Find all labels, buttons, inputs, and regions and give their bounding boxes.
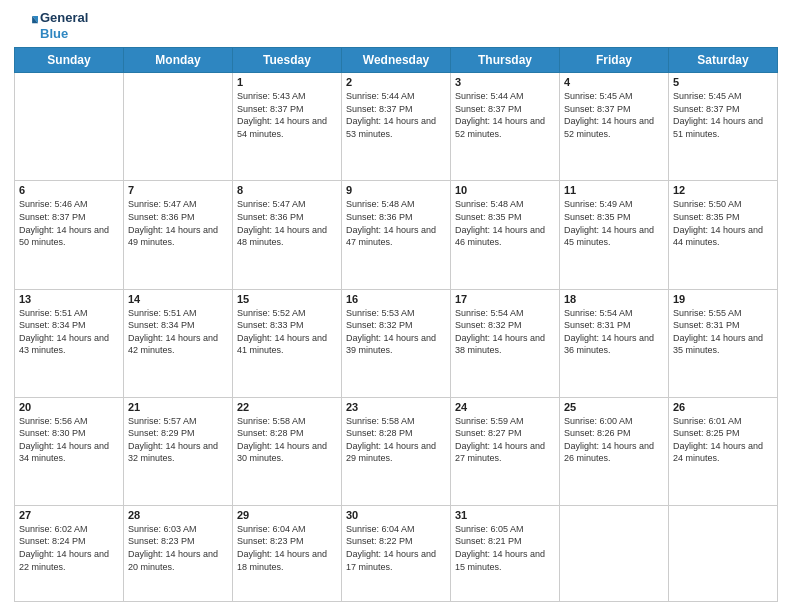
week-row-2: 13Sunrise: 5:51 AMSunset: 8:34 PMDayligh… <box>15 289 778 397</box>
day-info: Sunrise: 5:53 AMSunset: 8:32 PMDaylight:… <box>346 307 446 357</box>
day-cell: 2Sunrise: 5:44 AMSunset: 8:37 PMDaylight… <box>342 73 451 181</box>
header: General Blue <box>14 10 778 41</box>
day-cell: 8Sunrise: 5:47 AMSunset: 8:36 PMDaylight… <box>233 181 342 289</box>
day-number: 11 <box>564 184 664 196</box>
day-info: Sunrise: 5:54 AMSunset: 8:31 PMDaylight:… <box>564 307 664 357</box>
day-info: Sunrise: 5:52 AMSunset: 8:33 PMDaylight:… <box>237 307 337 357</box>
day-info: Sunrise: 5:45 AMSunset: 8:37 PMDaylight:… <box>564 90 664 140</box>
day-info: Sunrise: 6:03 AMSunset: 8:23 PMDaylight:… <box>128 523 228 573</box>
day-number: 29 <box>237 509 337 521</box>
day-info: Sunrise: 6:00 AMSunset: 8:26 PMDaylight:… <box>564 415 664 465</box>
week-row-1: 6Sunrise: 5:46 AMSunset: 8:37 PMDaylight… <box>15 181 778 289</box>
weekday-saturday: Saturday <box>669 48 778 73</box>
page: General Blue SundayMondayTuesdayWednesda… <box>0 0 792 612</box>
day-cell: 22Sunrise: 5:58 AMSunset: 8:28 PMDayligh… <box>233 397 342 505</box>
week-row-0: 1Sunrise: 5:43 AMSunset: 8:37 PMDaylight… <box>15 73 778 181</box>
day-number: 3 <box>455 76 555 88</box>
day-number: 13 <box>19 293 119 305</box>
day-info: Sunrise: 6:04 AMSunset: 8:22 PMDaylight:… <box>346 523 446 573</box>
day-number: 18 <box>564 293 664 305</box>
day-cell: 13Sunrise: 5:51 AMSunset: 8:34 PMDayligh… <box>15 289 124 397</box>
day-cell: 18Sunrise: 5:54 AMSunset: 8:31 PMDayligh… <box>560 289 669 397</box>
day-cell: 14Sunrise: 5:51 AMSunset: 8:34 PMDayligh… <box>124 289 233 397</box>
day-cell: 11Sunrise: 5:49 AMSunset: 8:35 PMDayligh… <box>560 181 669 289</box>
day-number: 30 <box>346 509 446 521</box>
day-cell: 24Sunrise: 5:59 AMSunset: 8:27 PMDayligh… <box>451 397 560 505</box>
logo-text: General Blue <box>40 10 88 41</box>
day-number: 26 <box>673 401 773 413</box>
day-info: Sunrise: 5:59 AMSunset: 8:27 PMDaylight:… <box>455 415 555 465</box>
day-info: Sunrise: 5:51 AMSunset: 8:34 PMDaylight:… <box>19 307 119 357</box>
day-number: 14 <box>128 293 228 305</box>
weekday-wednesday: Wednesday <box>342 48 451 73</box>
calendar-table: SundayMondayTuesdayWednesdayThursdayFrid… <box>14 47 778 602</box>
week-row-3: 20Sunrise: 5:56 AMSunset: 8:30 PMDayligh… <box>15 397 778 505</box>
day-number: 7 <box>128 184 228 196</box>
day-cell: 27Sunrise: 6:02 AMSunset: 8:24 PMDayligh… <box>15 505 124 601</box>
day-cell: 25Sunrise: 6:00 AMSunset: 8:26 PMDayligh… <box>560 397 669 505</box>
weekday-sunday: Sunday <box>15 48 124 73</box>
day-info: Sunrise: 5:43 AMSunset: 8:37 PMDaylight:… <box>237 90 337 140</box>
weekday-tuesday: Tuesday <box>233 48 342 73</box>
day-info: Sunrise: 5:57 AMSunset: 8:29 PMDaylight:… <box>128 415 228 465</box>
day-cell: 9Sunrise: 5:48 AMSunset: 8:36 PMDaylight… <box>342 181 451 289</box>
day-cell: 10Sunrise: 5:48 AMSunset: 8:35 PMDayligh… <box>451 181 560 289</box>
logo-icon <box>16 13 38 35</box>
day-info: Sunrise: 5:58 AMSunset: 8:28 PMDaylight:… <box>346 415 446 465</box>
day-cell: 20Sunrise: 5:56 AMSunset: 8:30 PMDayligh… <box>15 397 124 505</box>
day-number: 17 <box>455 293 555 305</box>
day-cell: 31Sunrise: 6:05 AMSunset: 8:21 PMDayligh… <box>451 505 560 601</box>
day-info: Sunrise: 6:04 AMSunset: 8:23 PMDaylight:… <box>237 523 337 573</box>
weekday-friday: Friday <box>560 48 669 73</box>
day-cell: 30Sunrise: 6:04 AMSunset: 8:22 PMDayligh… <box>342 505 451 601</box>
day-number: 23 <box>346 401 446 413</box>
day-cell: 4Sunrise: 5:45 AMSunset: 8:37 PMDaylight… <box>560 73 669 181</box>
day-cell: 26Sunrise: 6:01 AMSunset: 8:25 PMDayligh… <box>669 397 778 505</box>
day-cell: 12Sunrise: 5:50 AMSunset: 8:35 PMDayligh… <box>669 181 778 289</box>
logo: General Blue <box>14 10 88 41</box>
day-number: 22 <box>237 401 337 413</box>
day-number: 27 <box>19 509 119 521</box>
day-cell: 1Sunrise: 5:43 AMSunset: 8:37 PMDaylight… <box>233 73 342 181</box>
day-number: 16 <box>346 293 446 305</box>
day-number: 6 <box>19 184 119 196</box>
day-cell: 3Sunrise: 5:44 AMSunset: 8:37 PMDaylight… <box>451 73 560 181</box>
day-info: Sunrise: 6:01 AMSunset: 8:25 PMDaylight:… <box>673 415 773 465</box>
day-info: Sunrise: 5:48 AMSunset: 8:35 PMDaylight:… <box>455 198 555 248</box>
day-number: 15 <box>237 293 337 305</box>
day-cell: 5Sunrise: 5:45 AMSunset: 8:37 PMDaylight… <box>669 73 778 181</box>
day-number: 5 <box>673 76 773 88</box>
day-number: 2 <box>346 76 446 88</box>
day-cell: 17Sunrise: 5:54 AMSunset: 8:32 PMDayligh… <box>451 289 560 397</box>
day-number: 25 <box>564 401 664 413</box>
day-info: Sunrise: 5:50 AMSunset: 8:35 PMDaylight:… <box>673 198 773 248</box>
day-info: Sunrise: 5:46 AMSunset: 8:37 PMDaylight:… <box>19 198 119 248</box>
day-number: 12 <box>673 184 773 196</box>
day-info: Sunrise: 5:45 AMSunset: 8:37 PMDaylight:… <box>673 90 773 140</box>
day-cell: 23Sunrise: 5:58 AMSunset: 8:28 PMDayligh… <box>342 397 451 505</box>
day-info: Sunrise: 5:51 AMSunset: 8:34 PMDaylight:… <box>128 307 228 357</box>
weekday-thursday: Thursday <box>451 48 560 73</box>
day-number: 28 <box>128 509 228 521</box>
day-number: 20 <box>19 401 119 413</box>
day-number: 19 <box>673 293 773 305</box>
day-cell <box>560 505 669 601</box>
weekday-monday: Monday <box>124 48 233 73</box>
day-number: 21 <box>128 401 228 413</box>
day-cell <box>669 505 778 601</box>
day-info: Sunrise: 6:05 AMSunset: 8:21 PMDaylight:… <box>455 523 555 573</box>
day-cell <box>124 73 233 181</box>
day-info: Sunrise: 5:58 AMSunset: 8:28 PMDaylight:… <box>237 415 337 465</box>
day-cell: 16Sunrise: 5:53 AMSunset: 8:32 PMDayligh… <box>342 289 451 397</box>
day-info: Sunrise: 5:47 AMSunset: 8:36 PMDaylight:… <box>237 198 337 248</box>
day-info: Sunrise: 5:44 AMSunset: 8:37 PMDaylight:… <box>346 90 446 140</box>
day-info: Sunrise: 6:02 AMSunset: 8:24 PMDaylight:… <box>19 523 119 573</box>
week-row-4: 27Sunrise: 6:02 AMSunset: 8:24 PMDayligh… <box>15 505 778 601</box>
day-cell: 21Sunrise: 5:57 AMSunset: 8:29 PMDayligh… <box>124 397 233 505</box>
day-info: Sunrise: 5:55 AMSunset: 8:31 PMDaylight:… <box>673 307 773 357</box>
day-number: 24 <box>455 401 555 413</box>
day-info: Sunrise: 5:49 AMSunset: 8:35 PMDaylight:… <box>564 198 664 248</box>
day-cell: 19Sunrise: 5:55 AMSunset: 8:31 PMDayligh… <box>669 289 778 397</box>
day-info: Sunrise: 5:47 AMSunset: 8:36 PMDaylight:… <box>128 198 228 248</box>
day-cell: 6Sunrise: 5:46 AMSunset: 8:37 PMDaylight… <box>15 181 124 289</box>
